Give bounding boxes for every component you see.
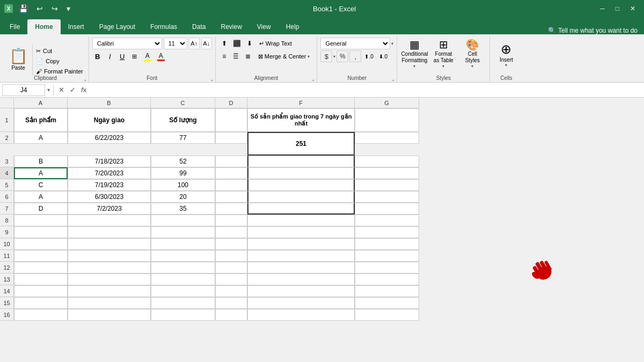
cell-d14[interactable] [215,285,247,297]
tab-data[interactable]: Data [185,19,213,34]
cell-g1[interactable] [355,108,419,132]
cell-c9[interactable] [151,226,215,238]
align-top-button[interactable]: ⬆ [219,38,230,49]
row-num-11[interactable]: 11 [0,250,14,262]
maximize-button[interactable]: □ [611,5,624,12]
cell-g16[interactable] [355,309,419,321]
cell-c5[interactable]: 100 [151,179,215,191]
undo-qat-button[interactable]: ↩ [34,3,46,14]
cell-b12[interactable] [68,262,151,274]
cell-c12[interactable] [151,262,215,274]
font-expand[interactable]: ⌄ [210,77,214,82]
formula-input[interactable] [90,84,642,96]
cell-b7[interactable]: 7/2/2023 [68,203,151,215]
cell-c7[interactable]: 35 [151,203,215,215]
cell-f16[interactable] [247,309,355,321]
accounting-arrow[interactable]: ▾ [333,54,335,59]
cell-a1[interactable]: Sản phẩm [14,108,68,132]
cell-d5[interactable] [215,179,247,191]
cut-button[interactable]: ✂ Cut [34,47,85,56]
cell-g15[interactable] [355,297,419,309]
font-size-select[interactable]: 11 [164,38,187,49]
cell-b8[interactable] [68,215,151,226]
cell-g4[interactable] [355,167,419,179]
cell-b16[interactable] [68,309,151,321]
tab-view[interactable]: View [250,19,279,34]
cell-f10[interactable] [247,238,355,250]
tab-formulas[interactable]: Formulas [143,19,185,34]
percent-button[interactable]: % [336,50,348,62]
cell-a2[interactable]: A [14,132,68,144]
insert-function-button[interactable]: fx [79,86,88,94]
cell-g2[interactable] [355,132,419,144]
cell-a7[interactable]: D [14,203,68,215]
cell-f7[interactable] [247,203,355,215]
cell-g8[interactable] [355,215,419,226]
cell-b5[interactable]: 7/19/2023 [68,179,151,191]
italic-button[interactable]: I [105,50,115,62]
cell-b14[interactable] [68,285,151,297]
cell-d6[interactable] [215,191,247,203]
row-num-16[interactable]: 16 [0,309,14,321]
cell-a15[interactable] [14,297,68,309]
tab-file[interactable]: File [2,19,27,34]
row-num-12[interactable]: 12 [0,262,14,274]
font-color-button[interactable]: A [155,50,167,62]
col-header-f[interactable]: F [247,98,355,108]
cell-a10[interactable] [14,238,68,250]
cell-a6[interactable]: A [14,191,68,203]
cell-c1[interactable]: Số lượng [151,108,215,132]
underline-button[interactable]: U [117,50,128,62]
cell-f12[interactable] [247,262,355,274]
cell-f15[interactable] [247,297,355,309]
customize-qat-button[interactable]: ▾ [64,3,73,14]
tab-page-layout[interactable]: Page Layout [92,19,143,34]
row-num-8[interactable]: 8 [0,215,14,226]
cell-g13[interactable] [355,274,419,285]
decrease-font-button[interactable]: A↓ [201,38,212,49]
cell-c8[interactable] [151,215,215,226]
number-expand[interactable]: ⌄ [391,77,396,82]
tab-help[interactable]: Help [279,19,307,34]
cell-b1[interactable]: Ngày giao [68,108,151,132]
redo-qat-button[interactable]: ↪ [49,3,61,14]
cell-a14[interactable] [14,285,68,297]
paste-button[interactable]: 📋 Paste [5,43,31,77]
decrease-decimal-button[interactable]: ⬇.0 [377,50,390,62]
align-right-button[interactable]: ≣ [243,50,253,62]
align-center-button[interactable]: ☰ [231,50,241,62]
cell-d12[interactable] [215,262,247,274]
cell-f2[interactable]: 251 [247,132,355,156]
wrap-text-button[interactable]: ↵ Wrap Text [256,38,295,49]
cell-g9[interactable] [355,226,419,238]
cell-f14[interactable] [247,285,355,297]
cell-a8[interactable] [14,215,68,226]
name-box[interactable] [2,84,45,96]
cell-g11[interactable] [355,250,419,262]
cond-fmt-arrow[interactable]: ▾ [413,64,415,69]
cell-c16[interactable] [151,309,215,321]
row-num-13[interactable]: 13 [0,274,14,285]
row-num-7[interactable]: 7 [0,203,14,215]
cell-b10[interactable] [68,238,151,250]
cell-c15[interactable] [151,297,215,309]
cell-f6[interactable] [247,191,355,203]
col-header-c[interactable]: C [151,98,215,108]
cell-c4[interactable]: 99 [151,167,215,179]
cell-b4[interactable]: 7/20/2023 [68,167,151,179]
row-num-5[interactable]: 5 [0,179,14,191]
cell-g14[interactable] [355,285,419,297]
cell-a11[interactable] [14,250,68,262]
increase-font-button[interactable]: A↑ [189,38,200,49]
cell-b11[interactable] [68,250,151,262]
search-bar[interactable]: 🔍 Tell me what you want to do [544,27,642,34]
cell-c10[interactable] [151,238,215,250]
cell-f9[interactable] [247,226,355,238]
cell-d2[interactable] [215,132,247,144]
confirm-formula-button[interactable]: ✓ [68,86,77,94]
save-qat-button[interactable]: 💾 [16,3,31,14]
cell-g10[interactable] [355,238,419,250]
clipboard-expand[interactable]: ⌄ [83,77,87,82]
insert-arrow[interactable]: ▾ [505,63,507,68]
increase-decimal-button[interactable]: ⬆.0 [362,50,375,62]
